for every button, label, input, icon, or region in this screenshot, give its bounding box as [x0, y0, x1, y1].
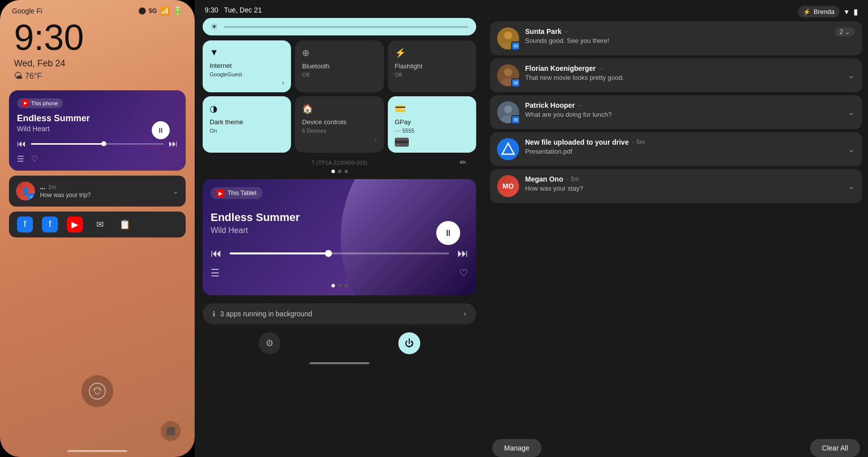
phone-prev-button[interactable]: ⏮	[17, 139, 26, 149]
megan-chevron-icon[interactable]: ⌄	[848, 181, 855, 192]
qs-tile-dark-theme[interactable]: ◑ Dark theme On	[203, 96, 291, 153]
qs-tile-device-controls[interactable]: 🏠 Device controls 6 Devices ›	[295, 96, 383, 153]
svg-rect-3	[396, 144, 400, 146]
tablet-music-controls: ⏮ ⏭	[211, 247, 468, 260]
phone-panel: Google Fi 5G 📶 🔋 9:30 Wed, Feb 24 🌤 76°F…	[0, 0, 195, 457]
signal-icon: 📶	[160, 6, 170, 15]
qs-tile-bluetooth[interactable]: ⊕ Bluetooth Off	[295, 40, 383, 92]
sunta-avatar: ✉	[497, 27, 519, 49]
sunta-notif-content: Sunta Park ··· Sounds good. See you ther…	[525, 27, 829, 44]
phone-music-progress	[31, 143, 164, 145]
notification-actions: Manage Clear All	[490, 434, 862, 457]
quick-settings-grid: ▼ Internet GoogleGuest › ⊕ Bluetooth Off…	[203, 40, 476, 153]
phone-music-controls: ⏮ ⏭	[17, 139, 178, 149]
qs-device-controls-arrow-icon: ›	[375, 136, 377, 143]
sunta-expand-badge[interactable]: 2 ⌄	[835, 27, 855, 36]
tablet-next-button[interactable]: ⏭	[457, 247, 468, 260]
phone-music-extra: ☰ ♡	[17, 154, 178, 164]
notification-item-patrick[interactable]: ✉ Patrick Hooper ··· What are you doing …	[490, 95, 862, 129]
settings-button[interactable]: ⚙	[259, 332, 281, 354]
brightness-track	[224, 26, 468, 28]
qs-tile-internet[interactable]: ▼ Internet GoogleGuest ›	[203, 40, 291, 92]
page-dot-1	[331, 170, 335, 173]
phone-music-widget: ▶ This phone Endless Summer Wild Heart ⏸…	[9, 90, 186, 171]
patrick-chevron-icon[interactable]: ⌄	[848, 107, 855, 118]
qs-tile-gpay[interactable]: 💳 GPay ···· 5555	[388, 96, 476, 153]
bg-apps-arrow-icon: ›	[464, 309, 466, 318]
qs-device-controls-sub: 6 Devices	[302, 128, 376, 134]
phone-music-title: Endless Summer	[17, 113, 90, 124]
recent-apps-button[interactable]: ⬛	[161, 421, 181, 441]
svg-point-0	[89, 383, 105, 399]
megan-notif-time: 5m	[571, 176, 579, 183]
qs-gpay-label: GPay	[395, 118, 469, 126]
phone-status-icons: 5G 📶 🔋	[139, 6, 183, 15]
tablet-music-widget: ▶ This Tablet Endless Summer Wild Heart …	[203, 179, 476, 295]
tablet-music-artist: Wild Heart	[211, 226, 300, 235]
qs-bluetooth-label: Bluetooth	[302, 62, 376, 70]
edit-icon[interactable]: ✏	[460, 158, 466, 167]
tablet-pause-button[interactable]: ⏸	[436, 221, 460, 245]
bluetooth-icon: ⊕	[302, 47, 376, 58]
megan-sep: ·	[566, 176, 568, 183]
tablet-music-title: Endless Summer	[211, 211, 300, 224]
phone-pause-button[interactable]: ⏸	[152, 121, 170, 139]
page-indicator-dots	[203, 169, 476, 175]
device-controls-icon: 🏠	[302, 103, 376, 114]
megan-name: Megan Ono	[525, 175, 563, 183]
sunta-expand-count: 2	[840, 28, 843, 35]
tablet-music-badge: ▶ This Tablet	[211, 187, 263, 199]
gpay-icon: 💳	[395, 103, 469, 114]
phone-notif-app-badge: m	[28, 194, 35, 201]
tablet-prev-button[interactable]: ⏮	[211, 247, 222, 260]
svg-point-11	[504, 105, 512, 113]
tablet-home-indicator	[309, 362, 369, 364]
tablet-heart-button[interactable]: ♡	[459, 267, 468, 279]
phone-date: Wed, Feb 24	[0, 55, 195, 69]
notification-item-megan[interactable]: MO Megan Ono · 5m How was your stay? ⌄	[490, 169, 862, 203]
clear-all-button[interactable]: Clear All	[810, 439, 860, 457]
phone-time: 9:30	[0, 15, 195, 55]
phone-notif-chevron-icon[interactable]: ⌄	[172, 186, 179, 196]
megan-avatar: MO	[497, 175, 519, 197]
background-apps-row[interactable]: ℹ 3 apps running in background ›	[203, 303, 476, 324]
phone-queue-button[interactable]: ☰	[17, 154, 24, 164]
manage-button[interactable]: Manage	[492, 439, 542, 457]
dock-messages-icon[interactable]: ✉	[92, 217, 108, 232]
qs-gpay-sub: ···· 5555	[395, 128, 469, 134]
brightness-slider-row[interactable]: ☀	[203, 18, 476, 35]
tablet-music-progress	[230, 252, 449, 254]
page-dot-3	[344, 170, 348, 173]
phone-heart-button[interactable]: ♡	[31, 154, 38, 164]
notification-item-sunta[interactable]: ✉ Sunta Park ··· Sounds good. See you th…	[490, 21, 862, 55]
svg-point-5	[504, 31, 512, 39]
notifications-panel: ⚡ Brenda ▾ ▮ ✉ Sunta Park	[484, 0, 868, 457]
notification-item-drive[interactable]: New file uploaded to your drive · 5m Pre…	[490, 132, 862, 166]
drive-notif-time: 5m	[636, 139, 645, 146]
florian-notif-text: That new movie looks pretty good.	[525, 74, 842, 81]
notification-item-florian[interactable]: ✉ Florian Koenigberger ··· That new movi…	[490, 58, 862, 92]
dock-youtube-icon[interactable]: ▶	[67, 217, 83, 232]
fingerprint-button[interactable]	[81, 375, 113, 407]
drive-chevron-icon[interactable]: ⌄	[848, 144, 855, 155]
phone-notif-text: How was your trip?	[40, 192, 167, 199]
dock-facebook-icon[interactable]: f	[17, 217, 33, 232]
phone-notification-card[interactable]: 👤 m ... 2m How was your trip? ⌄	[9, 176, 186, 207]
phone-signal: 5G	[149, 7, 157, 14]
sunta-expand-chevron-icon: ⌄	[845, 28, 850, 35]
dock-clipboard-icon[interactable]: 📋	[117, 217, 133, 232]
tablet-queue-button[interactable]: ☰	[211, 267, 220, 279]
charging-icon: ⚡	[803, 8, 811, 15]
florian-chevron-icon[interactable]: ⌄	[848, 70, 855, 81]
phone-status-bar: Google Fi 5G 📶 🔋	[0, 0, 195, 15]
qs-dark-theme-sub: On	[210, 128, 284, 134]
power-button[interactable]: ⏻	[398, 332, 420, 354]
qs-tile-flashlight[interactable]: ⚡ Flashlight Off	[388, 40, 476, 92]
wifi-icon: ▼	[210, 47, 284, 58]
dock-facebook2-icon[interactable]: f	[42, 217, 58, 232]
phone-notif-avatar: 👤 m	[16, 182, 35, 201]
florian-notif-content: Florian Koenigberger ··· That new movie …	[525, 64, 842, 81]
patrick-avatar: ✉	[497, 101, 519, 123]
phone-next-button[interactable]: ⏭	[169, 139, 178, 149]
sunta-notif-text: Sounds good. See you there!	[525, 37, 829, 44]
